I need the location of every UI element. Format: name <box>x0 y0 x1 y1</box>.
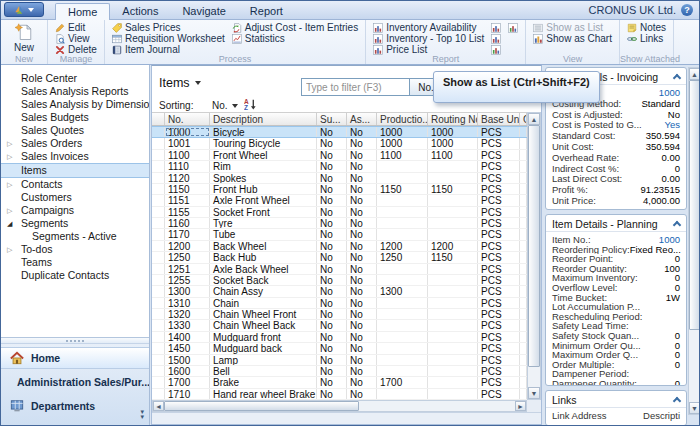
price-list-button[interactable]: Price List <box>371 44 486 55</box>
show-as-chart-button[interactable]: Show as Chart <box>531 33 614 44</box>
table-row[interactable]: 1500 Lamp No No PCS <box>152 355 527 366</box>
table-row[interactable]: 1255 Socket Back No No PCS <box>152 275 527 286</box>
factbox-header[interactable]: Links <box>546 391 686 408</box>
sort-ascending-icon[interactable]: A Z <box>244 98 257 113</box>
table-row[interactable]: 1110 Rim No No PCS <box>152 161 527 172</box>
scroll-up-button[interactable]: ▲ <box>689 68 700 80</box>
ribbon-tab[interactable]: Home <box>55 3 110 20</box>
scroll-down-button[interactable]: ▼ <box>528 387 540 399</box>
field-value[interactable]: Yes <box>665 120 681 131</box>
collapse-chevron-icon[interactable] <box>673 221 681 229</box>
table-row[interactable]: 1330 Chain Wheel Back No No PCS <box>152 320 527 331</box>
column-header-cut[interactable]: C <box>520 113 527 125</box>
scroll-down-button[interactable]: ▼ <box>689 402 700 414</box>
ribbon-tab[interactable]: Report <box>238 3 295 19</box>
adjust-cost-button[interactable]: Adjust Cost - Item Entries <box>230 22 360 33</box>
links-button[interactable]: Links <box>625 33 668 44</box>
report-extra-button-2[interactable] <box>505 22 520 33</box>
column-header-base-unit[interactable]: Base Unit ... <box>478 113 520 125</box>
show-as-list-button[interactable]: Show as List <box>531 22 614 33</box>
sidebar-item[interactable]: Sales Budgets <box>1 111 149 124</box>
notes-button[interactable]: Notes <box>625 22 668 33</box>
table-row[interactable]: 1300 Chain Assy No No 1300 PCS <box>152 286 527 297</box>
factbox-header[interactable]: Item Details - Planning <box>546 215 686 232</box>
sidebar-item[interactable]: Sales Orders <box>1 137 149 150</box>
column-header-description[interactable]: Description <box>210 113 317 125</box>
sidebar-item[interactable]: Role Center <box>1 72 149 85</box>
sidebar-item[interactable]: Segments - Active <box>1 230 149 243</box>
sidebar-item[interactable]: Sales Invoices <box>1 150 149 163</box>
statistics-button[interactable]: Statistics <box>230 33 360 44</box>
scroll-up-button[interactable]: ▲ <box>528 113 540 125</box>
expand-arrow-icon[interactable] <box>7 150 12 163</box>
table-row[interactable]: 1251 Axle Back Wheel No No PCS <box>152 264 527 275</box>
scrollbar-thumb[interactable] <box>689 80 700 330</box>
table-row[interactable]: 1155 Socket Front No No PCS <box>152 207 527 218</box>
stack-splitter[interactable] <box>1 338 149 344</box>
table-row[interactable]: 1151 Axle Front Wheel No No PCS <box>152 195 527 206</box>
sidebar-item[interactable]: Items <box>1 163 149 178</box>
table-row[interactable]: 1250 Back Hub No No 1250 1150 PCS <box>152 252 527 263</box>
ribbon-tab[interactable]: Navigate <box>170 3 237 19</box>
report-extra-button-4[interactable] <box>488 44 503 55</box>
table-row[interactable]: 1120 Spokes No No PCS <box>152 173 527 184</box>
new-button[interactable]: New <box>6 22 42 53</box>
expand-arrow-icon[interactable] <box>7 178 12 191</box>
page-title-dropdown[interactable]: Items <box>159 76 201 90</box>
table-row[interactable]: 1710 Hand rear wheel Brake No No PCS <box>152 389 527 400</box>
sidebar-item[interactable]: Teams <box>1 256 149 269</box>
stack-button-departments[interactable]: Departments <box>1 395 149 417</box>
sales-prices-button[interactable]: Sales Prices <box>110 22 227 33</box>
sidebar-item[interactable]: Customers <box>1 191 149 204</box>
inventory-top10-button[interactable]: Inventory - Top 10 List <box>371 33 486 44</box>
column-header-production[interactable]: Productio... <box>377 113 428 125</box>
field-value[interactable]: 1000 <box>659 235 680 245</box>
column-header-routing[interactable]: Routing No. <box>428 113 478 125</box>
sorting-field-dropdown[interactable]: No. <box>212 100 238 111</box>
list-horizontal-scrollbar[interactable]: ◄ ► <box>152 400 527 412</box>
table-row[interactable]: 1170 Tube No No PCS <box>152 229 527 240</box>
table-row[interactable]: 1450 Mudguard back No No PCS <box>152 343 527 354</box>
expand-arrow-icon[interactable] <box>7 204 12 217</box>
stack-button-home[interactable]: Home <box>1 347 149 369</box>
stack-button-administration[interactable]: Administration Sales/Pur... <box>1 371 149 393</box>
view-button[interactable]: View <box>53 33 99 44</box>
field-value[interactable]: 1000 <box>659 88 680 99</box>
ribbon-tab[interactable]: Actions <box>110 3 170 19</box>
sidebar-item[interactable]: Contacts <box>1 178 149 191</box>
help-icon[interactable]: ? <box>681 4 693 16</box>
sidebar-item[interactable]: To-dos <box>1 243 149 256</box>
table-row[interactable]: 1001 Touring Bicycle No No 1000 1000 PCS <box>152 138 527 149</box>
collapse-chevron-icon[interactable] <box>673 74 681 82</box>
column-header-su[interactable]: Su... <box>317 113 347 125</box>
column-header-selector[interactable] <box>152 113 165 125</box>
scrollbar-thumb[interactable] <box>164 401 359 411</box>
column-header-no[interactable]: No. <box>165 113 210 125</box>
expand-arrow-icon[interactable] <box>7 217 12 230</box>
table-row[interactable]: 1160 Tyre No No PCS <box>152 218 527 229</box>
report-extra-button-1[interactable] <box>488 22 503 33</box>
sidebar-item[interactable]: Duplicate Contacts <box>1 269 149 282</box>
expand-arrow-icon[interactable] <box>7 137 12 150</box>
table-row[interactable]: 1200 Back Wheel No No 1200 1200 PCS <box>152 241 527 252</box>
expand-arrow-icon[interactable] <box>7 243 12 256</box>
report-extra-button-3[interactable] <box>488 33 503 44</box>
edit-button[interactable]: Edit <box>53 22 99 33</box>
table-row[interactable]: 1100 Front Wheel No No 1100 1100 PCS <box>152 150 527 161</box>
filter-input[interactable] <box>301 78 410 96</box>
table-row[interactable]: 1400 Mudguard front No No PCS <box>152 332 527 343</box>
factbox-scrollbar[interactable]: ▲ ▼ <box>688 67 700 415</box>
sidebar-item[interactable]: Campaigns <box>1 204 149 217</box>
scrollbar-thumb[interactable] <box>528 125 540 367</box>
scroll-right-button[interactable]: ► <box>515 401 526 411</box>
table-row[interactable]: 1150 Front Hub No No 1150 1150 PCS <box>152 184 527 195</box>
application-menu-button[interactable] <box>4 2 44 17</box>
table-row[interactable]: 1000 Bicycle No No 1000 1000 PCS <box>152 126 527 138</box>
list-vertical-scrollbar[interactable]: ▲ ▼ <box>527 112 541 400</box>
requisition-worksheet-button[interactable]: Requisition Worksheet <box>110 33 227 44</box>
table-row[interactable]: 1320 Chain Wheel Front No No PCS <box>152 309 527 320</box>
scroll-left-button[interactable]: ◄ <box>153 401 164 411</box>
sidebar-item[interactable]: Sales Quotes <box>1 124 149 137</box>
configure-buttons-chevron[interactable]: ▾▾ <box>140 409 144 419</box>
links-col-description[interactable]: Descripti <box>643 410 680 421</box>
